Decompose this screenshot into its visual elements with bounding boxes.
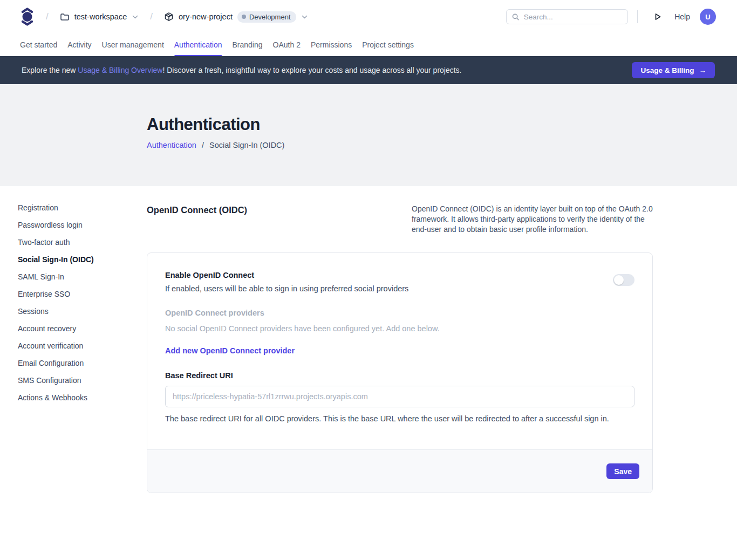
page-title: Authentication	[147, 115, 737, 134]
save-button[interactable]: Save	[606, 463, 639, 479]
usage-billing-button[interactable]: Usage & Billing →	[632, 62, 715, 78]
project-name: ory-new-project	[179, 12, 233, 21]
folder-icon	[60, 12, 70, 22]
sidebar-item-sms-configuration[interactable]: SMS Configuration	[18, 377, 147, 385]
tab-project-settings[interactable]: Project settings	[362, 33, 414, 56]
sidebar-item-passwordless-login[interactable]: Passwordless login	[18, 221, 147, 229]
breadcrumb-separator: /	[150, 11, 153, 22]
sidebar-item-registration[interactable]: Registration	[18, 204, 147, 212]
page-hero: Authentication Authentication / Social S…	[0, 84, 737, 186]
enable-oidc-subtitle: If enabled, users will be able to sign i…	[165, 284, 408, 293]
breadcrumb-parent-link[interactable]: Authentication	[147, 141, 196, 149]
chevron-down-icon	[132, 13, 139, 21]
oidc-settings-card: Enable OpenID Connect If enabled, users …	[147, 252, 653, 493]
card-footer: Save	[147, 449, 652, 493]
providers-title: OpenID Connect providers	[165, 309, 634, 317]
main-panel: OpenID Connect (OIDC) OpenID Connect (OI…	[147, 204, 653, 493]
environment-dot-icon	[242, 15, 246, 19]
sidebar-item-enterprise-sso[interactable]: Enterprise SSO	[18, 290, 147, 298]
environment-label: Development	[249, 13, 291, 21]
section-title: OpenID Connect (OIDC)	[147, 204, 247, 235]
toggle-knob	[614, 275, 624, 285]
providers-empty-state: No social OpenID Connect providers have …	[165, 324, 634, 333]
play-icon[interactable]	[653, 12, 662, 21]
add-provider-link[interactable]: Add new OpenID Connect provider	[165, 346, 295, 355]
chevron-down-icon	[301, 13, 308, 21]
sidebar-item-actions-webhooks[interactable]: Actions & Webhooks	[18, 394, 147, 402]
sidebar-item-account-verification[interactable]: Account verification	[18, 342, 147, 350]
arrow-right-icon: →	[699, 66, 707, 74]
search-box	[506, 9, 628, 24]
tab-activity[interactable]: Activity	[67, 33, 91, 56]
section-description: OpenID Connect (OIDC) is an identity lay…	[412, 204, 653, 235]
tab-get-started[interactable]: Get started	[20, 33, 57, 56]
breadcrumb-separator: /	[46, 11, 49, 22]
project-nav: Get started Activity User management Aut…	[0, 33, 737, 56]
sidebar-item-saml-sign-in[interactable]: SAML Sign-In	[18, 273, 147, 281]
help-link[interactable]: Help	[674, 12, 690, 21]
sidebar-item-two-factor-auth[interactable]: Two-factor auth	[18, 238, 147, 247]
ory-logo[interactable]	[20, 7, 35, 26]
tab-oauth2[interactable]: OAuth 2	[273, 33, 301, 56]
enable-oidc-toggle[interactable]	[613, 274, 634, 286]
breadcrumb-current: Social Sign-In (OIDC)	[209, 141, 284, 149]
breadcrumb: Authentication / Social Sign-In (OIDC)	[147, 141, 737, 149]
breadcrumb-separator: /	[202, 141, 204, 149]
avatar[interactable]: U	[700, 9, 716, 25]
sidebar-item-account-recovery[interactable]: Account recovery	[18, 325, 147, 333]
tab-authentication[interactable]: Authentication	[174, 33, 222, 56]
sidebar-item-social-sign-in-oidc[interactable]: Social Sign-In (OIDC)	[18, 256, 147, 264]
workspace-selector[interactable]: test-workspace	[60, 12, 139, 22]
base-redirect-section: Base Redirect URI The base redirect URI …	[165, 371, 634, 423]
usage-billing-banner: Explore the new Usage & Billing Overview…	[0, 56, 737, 84]
project-selector[interactable]: ory-new-project Development	[164, 11, 308, 23]
banner-text: Explore the new Usage & Billing Overview…	[22, 66, 462, 74]
enable-oidc-title: Enable OpenID Connect	[165, 271, 408, 279]
divider	[637, 10, 638, 23]
content-area: Registration Passwordless login Two-fact…	[0, 186, 737, 493]
topbar: / test-workspace / ory-new-project Devel…	[0, 0, 737, 33]
sidebar-item-email-configuration[interactable]: Email Configuration	[18, 359, 147, 367]
settings-sidebar: Registration Passwordless login Two-fact…	[0, 204, 147, 493]
sidebar-item-sessions[interactable]: Sessions	[18, 308, 147, 316]
search-icon	[512, 13, 519, 21]
tab-branding[interactable]: Branding	[233, 33, 263, 56]
enable-oidc-row: Enable OpenID Connect If enabled, users …	[165, 271, 634, 293]
base-redirect-label: Base Redirect URI	[165, 371, 634, 380]
tab-permissions[interactable]: Permissions	[311, 33, 352, 56]
environment-badge: Development	[237, 11, 296, 23]
search-input[interactable]	[524, 13, 623, 21]
base-redirect-input[interactable]	[165, 386, 634, 407]
providers-section: OpenID Connect providers No social OpenI…	[165, 309, 634, 356]
usage-billing-overview-link[interactable]: Usage & Billing Overview	[78, 66, 162, 74]
ory-logo-icon	[20, 7, 35, 26]
tab-user-management[interactable]: User management	[102, 33, 164, 56]
workspace-name: test-workspace	[74, 12, 127, 21]
base-redirect-help: The base redirect URI for all OIDC provi…	[165, 414, 634, 423]
package-icon	[164, 12, 174, 22]
